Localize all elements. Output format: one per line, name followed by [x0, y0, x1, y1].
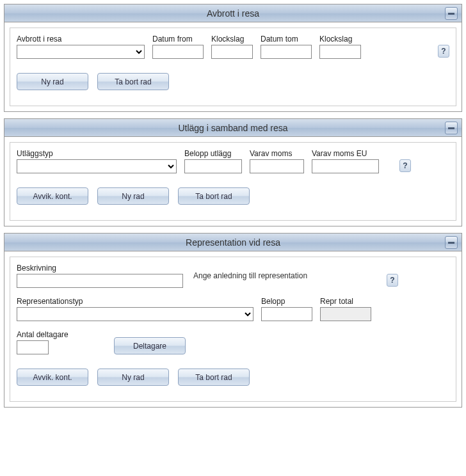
fields-row-avbrott: Avbrott i resa Datum from Klockslag Datu… — [17, 35, 449, 59]
avvik-kont-button[interactable]: Avvik. kont. — [17, 369, 88, 386]
fields-row-utlagg: Utläggstyp Belopp utlägg Varav moms Vara… — [17, 149, 449, 173]
button-row-representation: Avvik. kont. Ny rad Ta bort rad — [17, 369, 449, 386]
label-representationstyp: Representationstyp — [17, 297, 253, 306]
button-row-avbrott: Ny rad Ta bort rad — [17, 73, 449, 90]
label-varav-moms: Varav moms — [250, 149, 304, 158]
input-varav-moms[interactable] — [250, 159, 304, 173]
input-datum-from[interactable] — [152, 45, 204, 59]
field-varav-moms-eu: Varav moms EU — [312, 149, 379, 173]
section-body-utlagg: Utläggstyp Belopp utlägg Varav moms Vara… — [10, 142, 456, 221]
field-varav-moms: Varav moms — [250, 149, 304, 173]
label-antal-deltagare: Antal deltagare — [17, 330, 81, 339]
row-antal-deltagare: Antal deltagare Deltagare — [17, 330, 449, 354]
avvik-kont-button[interactable]: Avvik. kont. — [17, 187, 88, 205]
section-utlagg: Utlägg i samband med resa Utläggstyp Bel… — [4, 118, 462, 226]
minus-icon — [448, 13, 454, 15]
field-datum-from: Datum from — [152, 35, 204, 59]
minus-icon — [448, 242, 454, 244]
input-beskrivning[interactable] — [17, 274, 183, 288]
field-representationstyp: Representationstyp — [17, 297, 253, 321]
field-datum-tom: Datum tom — [261, 35, 312, 59]
input-antal-deltagare[interactable] — [17, 340, 49, 354]
label-belopp-utlagg: Belopp utlägg — [184, 149, 242, 158]
ny-rad-button[interactable]: Ny rad — [17, 73, 88, 90]
field-utlaggstyp: Utläggstyp — [17, 149, 177, 173]
label-klockslag2: Klockslag — [319, 35, 361, 44]
section-avbrott: Avbrott i resa Avbrott i resa Datum from… — [4, 4, 462, 112]
label-beskrivning: Beskrivning — [17, 264, 183, 273]
collapse-button-representation[interactable] — [445, 236, 458, 249]
ta-bort-rad-button[interactable]: Ta bort rad — [97, 73, 169, 90]
section-title-utlagg: Utlägg i samband med resa — [178, 123, 287, 133]
ta-bort-rad-button[interactable]: Ta bort rad — [178, 187, 250, 205]
button-row-utlagg: Avvik. kont. Ny rad Ta bort rad — [17, 187, 449, 205]
section-title-representation: Representation vid resa — [186, 237, 280, 248]
field-klockslag2: Klockslag — [319, 35, 361, 59]
select-utlaggstyp[interactable] — [17, 159, 177, 173]
select-representationstyp[interactable] — [17, 307, 253, 321]
ny-rad-button[interactable]: Ny rad — [97, 369, 169, 386]
field-belopp: Belopp — [261, 297, 312, 321]
collapse-button-utlagg[interactable] — [445, 122, 458, 134]
field-avbrott-i-resa: Avbrott i resa — [17, 35, 145, 59]
help-button-avbrott[interactable]: ? — [438, 45, 449, 58]
label-varav-moms-eu: Varav moms EU — [312, 149, 379, 158]
section-header-avbrott: Avbrott i resa — [4, 4, 462, 22]
label-datum-from: Datum from — [152, 35, 204, 44]
input-belopp[interactable] — [261, 307, 312, 321]
section-representation: Representation vid resa Beskrivning Ange… — [4, 233, 462, 408]
select-avbrott-i-resa[interactable] — [17, 45, 145, 59]
text-ange-anledning: Ange anledning till representation — [193, 271, 307, 280]
deltagare-button[interactable]: Deltagare — [114, 337, 186, 354]
section-header-utlagg: Utlägg i samband med resa — [4, 119, 462, 137]
minus-icon — [448, 127, 454, 129]
row-representationstyp: Representationstyp Belopp Repr total — [17, 297, 449, 321]
field-beskrivning: Beskrivning — [17, 264, 183, 288]
field-belopp-utlagg: Belopp utlägg — [184, 149, 242, 173]
label-belopp: Belopp — [261, 297, 312, 306]
input-klockslag2[interactable] — [319, 45, 361, 59]
input-datum-tom[interactable] — [261, 45, 312, 59]
field-repr-total: Repr total — [320, 297, 371, 321]
ta-bort-rad-button[interactable]: Ta bort rad — [178, 369, 250, 386]
input-repr-total — [320, 307, 371, 321]
section-body-representation: Beskrivning Ange anledning till represen… — [10, 257, 456, 402]
section-body-avbrott: Avbrott i resa Datum from Klockslag Datu… — [10, 28, 456, 106]
section-title-avbrott: Avbrott i resa — [207, 8, 259, 19]
ny-rad-button[interactable]: Ny rad — [97, 187, 169, 205]
label-klockslag1: Klockslag — [211, 35, 253, 44]
input-varav-moms-eu[interactable] — [312, 159, 379, 173]
help-button-representation[interactable]: ? — [387, 274, 398, 287]
section-header-representation: Representation vid resa — [4, 234, 462, 251]
row-beskrivning: Beskrivning Ange anledning till represen… — [17, 264, 449, 288]
label-datum-tom: Datum tom — [261, 35, 312, 44]
collapse-button-avbrott[interactable] — [445, 7, 458, 20]
field-klockslag1: Klockslag — [211, 35, 253, 59]
input-belopp-utlagg[interactable] — [184, 159, 242, 173]
field-antal-deltagare: Antal deltagare — [17, 330, 81, 354]
label-utlaggstyp: Utläggstyp — [17, 149, 177, 158]
input-klockslag1[interactable] — [211, 45, 253, 59]
help-button-utlagg[interactable]: ? — [399, 159, 411, 172]
label-repr-total: Repr total — [320, 297, 371, 306]
label-avbrott-i-resa: Avbrott i resa — [17, 35, 145, 44]
